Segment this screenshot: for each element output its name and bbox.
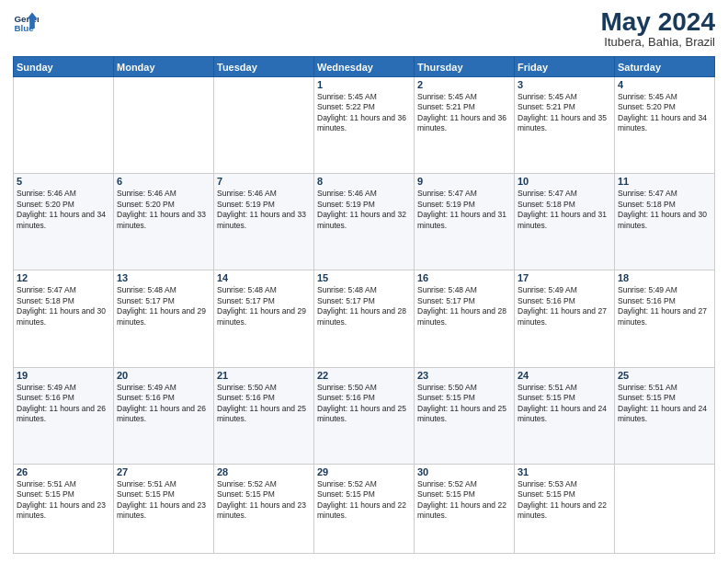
location: Itubera, Bahia, Brazil [600,35,715,49]
day-content: Sunset: 5:15 PM [117,489,210,500]
day-content: Sunset: 5:16 PM [518,296,611,306]
day-content: Daylight: 11 hours and 25 minutes. [217,404,311,425]
table-row: 6Sunrise: 5:46 AMSunset: 5:20 PMDaylight… [114,174,214,270]
day-content: Sunrise: 5:46 AM [217,189,311,199]
table-row: 12Sunrise: 5:47 AMSunset: 5:18 PMDayligh… [14,270,114,367]
day-number: 17 [518,272,611,283]
month-title: May 2024 [600,9,715,35]
table-row: 9Sunrise: 5:47 AMSunset: 5:19 PMDaylight… [415,174,515,270]
day-content: Sunrise: 5:49 AM [618,285,711,295]
day-number: 31 [518,466,611,477]
table-row: 14Sunrise: 5:48 AMSunset: 5:17 PMDayligh… [214,270,314,367]
day-content: Sunset: 5:20 PM [117,200,210,210]
title-area: May 2024 Itubera, Bahia, Brazil [600,9,715,49]
day-content: Daylight: 11 hours and 26 minutes. [117,404,210,425]
table-row [615,464,715,553]
table-row: 3Sunrise: 5:45 AMSunset: 5:21 PMDaylight… [515,77,615,174]
day-content: Daylight: 11 hours and 33 minutes. [117,210,210,231]
day-content: Daylight: 11 hours and 31 minutes. [417,210,511,231]
day-content: Sunrise: 5:45 AM [417,92,511,102]
table-row: 13Sunrise: 5:48 AMSunset: 5:17 PMDayligh… [114,270,214,367]
day-number: 4 [618,79,711,90]
day-content: Daylight: 11 hours and 26 minutes. [17,404,110,425]
day-content: Sunset: 5:18 PM [518,200,611,210]
day-number: 9 [417,176,511,187]
day-content: Sunset: 5:17 PM [317,296,411,306]
day-content: Sunset: 5:16 PM [217,393,311,403]
day-number: 20 [117,370,210,381]
day-content: Sunrise: 5:52 AM [417,479,511,489]
day-number: 13 [117,272,210,283]
day-number: 23 [417,370,511,381]
table-row: 11Sunrise: 5:47 AMSunset: 5:18 PMDayligh… [615,174,715,270]
day-content: Sunrise: 5:51 AM [117,479,210,489]
table-row: 8Sunrise: 5:46 AMSunset: 5:19 PMDaylight… [314,174,415,270]
day-content: Daylight: 11 hours and 29 minutes. [117,306,210,327]
day-number: 10 [518,176,611,187]
day-content: Daylight: 11 hours and 22 minutes. [317,500,411,522]
table-row: 19Sunrise: 5:49 AMSunset: 5:16 PMDayligh… [14,367,114,464]
logo-icon: General Blue [13,9,39,35]
table-row: 26Sunrise: 5:51 AMSunset: 5:15 PMDayligh… [14,464,114,553]
day-content: Sunset: 5:17 PM [117,296,210,306]
calendar-table: Sunday Monday Tuesday Wednesday Thursday… [13,56,715,554]
day-content: Sunrise: 5:45 AM [317,92,411,102]
day-content: Sunset: 5:15 PM [217,489,311,500]
table-row: 21Sunrise: 5:50 AMSunset: 5:16 PMDayligh… [214,367,314,464]
day-content: Sunrise: 5:46 AM [317,189,411,199]
col-thursday: Thursday [415,57,515,77]
day-content: Sunrise: 5:48 AM [217,285,311,295]
day-content: Sunset: 5:22 PM [317,102,411,112]
day-content: Sunrise: 5:52 AM [317,479,411,489]
day-number: 6 [117,176,210,187]
day-number: 16 [417,272,511,283]
day-content: Daylight: 11 hours and 35 minutes. [518,113,611,134]
logo: General Blue [13,9,39,35]
day-content: Daylight: 11 hours and 30 minutes. [618,210,711,231]
table-row: 27Sunrise: 5:51 AMSunset: 5:15 PMDayligh… [114,464,214,553]
day-content: Sunset: 5:15 PM [17,489,110,500]
day-content: Sunrise: 5:51 AM [17,479,110,489]
day-number: 2 [417,79,511,90]
day-content: Daylight: 11 hours and 23 minutes. [17,500,110,522]
table-row [214,77,314,174]
day-content: Sunrise: 5:47 AM [618,189,711,199]
day-content: Sunset: 5:17 PM [217,296,311,306]
day-number: 7 [217,176,311,187]
day-content: Sunset: 5:20 PM [618,102,711,112]
table-row: 1Sunrise: 5:45 AMSunset: 5:22 PMDaylight… [314,77,415,174]
table-row: 22Sunrise: 5:50 AMSunset: 5:16 PMDayligh… [314,367,415,464]
day-content: Sunrise: 5:51 AM [618,383,711,393]
day-number: 30 [417,466,511,477]
day-content: Sunset: 5:15 PM [317,489,411,500]
day-content: Sunrise: 5:45 AM [518,92,611,102]
day-content: Daylight: 11 hours and 22 minutes. [518,500,611,522]
day-content: Daylight: 11 hours and 25 minutes. [317,404,411,425]
day-content: Daylight: 11 hours and 28 minutes. [317,306,411,327]
header: General Blue May 2024 Itubera, Bahia, Br… [13,9,715,49]
day-content: Sunrise: 5:50 AM [317,383,411,393]
day-content: Sunrise: 5:45 AM [618,92,711,102]
day-content: Daylight: 11 hours and 23 minutes. [117,500,210,522]
header-row: Sunday Monday Tuesday Wednesday Thursday… [14,57,715,77]
day-content: Daylight: 11 hours and 34 minutes. [618,113,711,134]
day-content: Daylight: 11 hours and 31 minutes. [518,210,611,231]
day-content: Daylight: 11 hours and 36 minutes. [317,113,411,134]
day-number: 11 [618,176,711,187]
day-number: 29 [317,466,411,477]
day-number: 19 [17,370,110,381]
page: General Blue May 2024 Itubera, Bahia, Br… [0,0,728,563]
day-number: 22 [317,370,411,381]
day-content: Sunset: 5:21 PM [417,102,511,112]
day-content: Sunrise: 5:47 AM [417,189,511,199]
day-number: 24 [518,370,611,381]
day-content: Sunset: 5:15 PM [618,393,711,403]
table-row: 20Sunrise: 5:49 AMSunset: 5:16 PMDayligh… [114,367,214,464]
day-content: Sunrise: 5:49 AM [17,383,110,393]
day-number: 5 [17,176,110,187]
day-content: Sunset: 5:20 PM [17,200,110,210]
day-number: 21 [217,370,311,381]
day-content: Daylight: 11 hours and 30 minutes. [17,306,110,327]
day-content: Daylight: 11 hours and 23 minutes. [217,500,311,522]
table-row [14,77,114,174]
